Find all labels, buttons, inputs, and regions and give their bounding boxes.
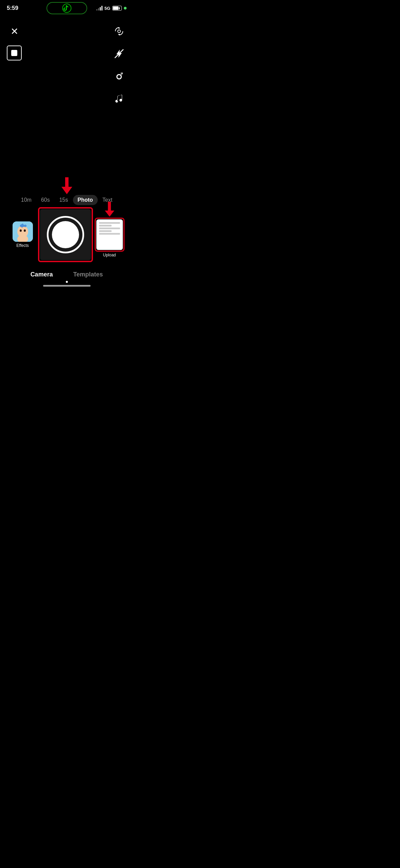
flash-button[interactable] [112,46,127,61]
svg-point-4 [117,75,121,78]
music-button[interactable] [112,91,127,106]
upload-line-2 [99,225,112,227]
beauty-icon [114,71,125,82]
close-icon: ✕ [11,26,18,37]
top-left-controls: ✕ [7,24,22,54]
tab-indicator [0,281,133,283]
effects-face-svg [13,221,33,242]
battery-tip [119,7,120,10]
camera-area: ✕ [0,0,133,289]
upload-label: Upload [103,253,116,257]
beauty-button[interactable] [112,69,127,84]
network-label: 5G [104,6,110,11]
tab-dot [66,281,68,283]
status-time: 5:59 [7,5,18,12]
status-right: 5G [96,6,127,11]
battery-body [112,6,122,11]
battery-indicator [112,6,122,11]
upload-arrow-head [105,211,114,217]
upload-line-4 [99,230,112,232]
camera-controls-row: Effects [0,209,133,260]
upload-preview [98,221,121,236]
upload-container: Upload [96,219,123,250]
dynamic-island [46,2,87,14]
tab-templates[interactable]: Templates [73,271,103,278]
mode-photo[interactable]: Photo [73,195,98,205]
effects-button[interactable]: Effects [11,221,35,248]
shutter-button[interactable] [40,209,91,260]
signal-bars [96,6,102,11]
record-square-icon [7,46,22,60]
tab-camera[interactable]: Camera [31,271,53,278]
home-bar [43,285,91,287]
record-indicator[interactable] [7,46,22,60]
signal-bar-3 [100,7,101,11]
mode-60s[interactable]: 60s [36,195,55,205]
upload-line-1 [99,222,120,224]
signal-bar-2 [98,8,99,11]
record-inner-icon [11,50,17,56]
photo-arrow-container [61,177,72,194]
flip-camera-icon [114,26,125,37]
photo-arrow-head [61,187,72,194]
shutter-circle-outer [47,216,84,253]
svg-point-9 [24,230,26,232]
flash-off-icon [114,48,125,59]
svg-point-1 [118,30,120,33]
svg-point-8 [20,230,22,232]
flip-camera-button[interactable] [112,24,127,39]
signal-bar-1 [96,9,97,11]
upload-line-3 [99,228,120,229]
upload-arrow-shaft [108,202,111,211]
close-button[interactable]: ✕ [7,24,22,39]
shutter-container [40,209,91,260]
tiktok-logo-icon [62,3,72,13]
bottom-tabs: Camera Templates [0,271,133,278]
top-right-controls [112,24,127,106]
shutter-circle-inner [52,221,79,248]
mode-15s[interactable]: 15s [55,195,73,205]
upload-button[interactable] [96,219,123,250]
battery-fill [113,6,118,10]
bottom-area: 10m 60s 15s Photo Text [0,177,133,289]
effects-label: Effects [16,243,28,248]
arrow-to-photo [0,177,133,194]
green-dot [124,7,127,10]
status-bar: 5:59 5G [0,0,133,13]
mode-10m[interactable]: 10m [16,195,36,205]
effects-thumbnail [13,221,33,242]
upload-line-5 [99,233,120,235]
music-note-icon [114,93,125,104]
photo-arrow-shaft [65,177,69,187]
home-indicator [0,285,133,289]
arrow-to-upload [105,202,114,217]
signal-bar-4 [101,6,102,11]
